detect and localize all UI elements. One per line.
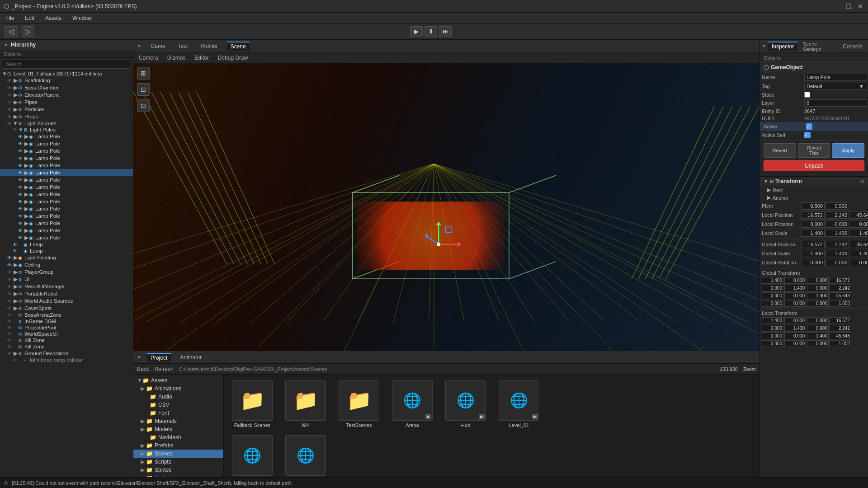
unpack-button[interactable]: Unpack [764, 160, 864, 171]
list-item[interactable]: 👁▶ ⚙CoverSpots [0, 305, 133, 312]
gt-2-1[interactable] [784, 292, 806, 299]
tab-project[interactable]: Project [147, 353, 171, 362]
lt-3-1[interactable] [784, 340, 806, 347]
menu-assets[interactable]: Assets [43, 14, 63, 22]
local-scale-x-input[interactable] [801, 230, 825, 237]
list-item[interactable]: 👁▶ ◉Lamp Pole [0, 147, 133, 155]
list-item[interactable]: 👁▶ ◉Lamp Pole [0, 220, 133, 227]
step-button[interactable]: ⏭ [439, 26, 452, 37]
gt-2-0[interactable] [762, 292, 783, 299]
local-pos-z-input[interactable] [850, 211, 868, 219]
list-item[interactable]: 👁▶ ⚙Scaffolding [0, 77, 133, 84]
asset-folder-root[interactable]: ▼ 📁 Assets [133, 376, 223, 385]
list-item[interactable]: 👁▶ ⚙PlayerGroup [0, 268, 133, 276]
list-item[interactable]: 👁▶ ◉Lamp Pole [0, 234, 133, 241]
local-pos-y-input[interactable] [826, 211, 849, 219]
tab-console[interactable]: Console [839, 42, 866, 51]
list-item[interactable]: 👁 ◉Lamp [0, 248, 133, 254]
asset-folder-font[interactable]: 📁 Font [133, 409, 223, 417]
global-rot-0-input[interactable] [801, 259, 825, 266]
lt-2-0[interactable] [762, 333, 783, 339]
asset-folder-prefabs[interactable]: ▶ 📁 Prefabs [133, 441, 223, 450]
list-item[interactable]: 👁▶ ◉Lamp Pole [0, 212, 133, 220]
list-item[interactable]: 👁▶ ⚙ElevatorParent [0, 91, 133, 99]
gt-1-2[interactable] [807, 285, 829, 291]
gt-1-3[interactable] [830, 285, 851, 291]
lt-3-3[interactable] [830, 340, 851, 347]
global-pos-z-input[interactable] [850, 241, 868, 248]
lt-1-3[interactable] [830, 325, 851, 332]
list-item[interactable]: 👁▶ ◉Ceiling [0, 261, 133, 268]
local-scale-y-input[interactable] [826, 230, 849, 237]
global-rot-1-input[interactable] [826, 259, 849, 266]
subtab-gizmos[interactable]: Gizmos [165, 54, 188, 62]
tab-animator[interactable]: Animator [176, 353, 205, 361]
list-item[interactable]: 👁 ⚙Kill Zone [0, 343, 133, 350]
rect-row[interactable]: ▶ Rect [760, 186, 868, 194]
subtab-debugdraw[interactable]: Debug Draw [216, 54, 250, 62]
subtab-editor[interactable]: Editor [193, 54, 210, 62]
list-item[interactable]: 👁▶ ◉Lamp Pole [0, 140, 133, 147]
asset-item-extra2[interactable]: 🌐 [281, 433, 330, 477]
asset-folder-navmesh[interactable]: 📁 NavMesh [133, 433, 223, 441]
menu-window[interactable]: Window [71, 14, 94, 22]
global-rot-2-input[interactable] [850, 259, 868, 266]
list-item-selected[interactable]: 👁▶ ◉Lamp Pole [0, 169, 133, 176]
gt-0-2[interactable] [807, 277, 829, 284]
anchor-row[interactable]: ▶ Anchor [760, 194, 868, 202]
viewport-control2[interactable]: ⊡ [137, 83, 150, 96]
list-item[interactable]: 👁▶ ◉Lamp Pole [0, 162, 133, 169]
list-item[interactable]: 👁▶ ⚙Props [0, 113, 133, 120]
lt-1-2[interactable] [807, 325, 829, 332]
lt-2-1[interactable] [784, 333, 806, 339]
minimize-button[interactable]: — [833, 2, 841, 10]
list-item[interactable]: 👁▶ ◉Lamp Pole [0, 133, 133, 140]
gt-3-3[interactable] [830, 300, 851, 307]
revert-button[interactable]: Revert [764, 143, 796, 158]
gt-3-2[interactable] [807, 300, 829, 307]
lt-3-2[interactable] [807, 340, 829, 347]
asset-folder-csv[interactable]: 📁 CSV [133, 401, 223, 409]
gt-3-1[interactable] [784, 300, 806, 307]
pause-button[interactable]: ⏸ [425, 26, 437, 37]
lt-0-3[interactable] [830, 317, 851, 324]
list-item[interactable]: 👁▶ ⚙Pipes [0, 99, 133, 106]
project-refresh-button[interactable]: Refresh [155, 366, 174, 372]
list-item[interactable]: 👁▶ ⚙Particles [0, 106, 133, 113]
tab-scene[interactable]: Scene [227, 42, 250, 51]
list-item[interactable]: 👁▶ ⚙Boss Chamber [0, 84, 133, 91]
lt-1-0[interactable] [762, 325, 783, 332]
hierarchy-options[interactable]: Options [0, 50, 133, 58]
lt-0-1[interactable] [784, 317, 806, 324]
asset-item-m4[interactable]: 📁 M4 [281, 378, 330, 430]
list-item[interactable]: 👁▶ ⚙PortableRobot [0, 290, 133, 297]
global-pos-y-input[interactable] [826, 241, 849, 248]
asset-folder-sprites[interactable]: ▶ 📁 Sprites [133, 466, 223, 474]
gt-0-0[interactable] [762, 277, 783, 284]
close-button[interactable]: ✕ [856, 2, 864, 10]
maximize-button[interactable]: ❐ [844, 2, 853, 10]
list-item[interactable]: 👁▶ ◉Lamp Pole [0, 198, 133, 205]
asset-folder-textures[interactable]: ▶ 📁 Textures [133, 474, 223, 477]
tab-profiler[interactable]: Profiler [197, 42, 222, 50]
subtab-camera[interactable]: Camera [137, 54, 160, 62]
back-button[interactable]: ◁ [5, 26, 18, 37]
list-item-light-painting[interactable]: 👁▶ ◉Light Painting [0, 254, 133, 261]
asset-folder-materials[interactable]: ▶ 📁 Materials [133, 417, 223, 425]
list-item[interactable]: 👁▶ ⚙UI [0, 276, 133, 283]
local-scale-z-input[interactable] [850, 230, 868, 237]
local-pos-x-input[interactable] [801, 211, 825, 219]
lt-3-0[interactable] [762, 340, 783, 347]
list-item[interactable]: 👁▶ ◉Lamp Pole [0, 191, 133, 198]
list-item[interactable]: 👁▶ ◉Lamp Pole [0, 227, 133, 234]
list-item[interactable]: 👁▶ ◉Lamp Pole [0, 155, 133, 162]
gt-1-1[interactable] [784, 285, 806, 291]
list-item[interactable]: 👁 ◉Lamp [0, 241, 133, 248]
static-checkbox[interactable] [804, 92, 810, 98]
pivot-x-input[interactable] [801, 202, 825, 210]
asset-folder-scripts[interactable]: ▶ 📁 Scripts [133, 458, 223, 466]
viewport[interactable]: ⊞ ⊡ ⊟ [133, 63, 760, 351]
project-back-button[interactable]: Back [137, 366, 149, 372]
menu-file[interactable]: File [4, 14, 16, 22]
name-input[interactable] [804, 74, 866, 81]
